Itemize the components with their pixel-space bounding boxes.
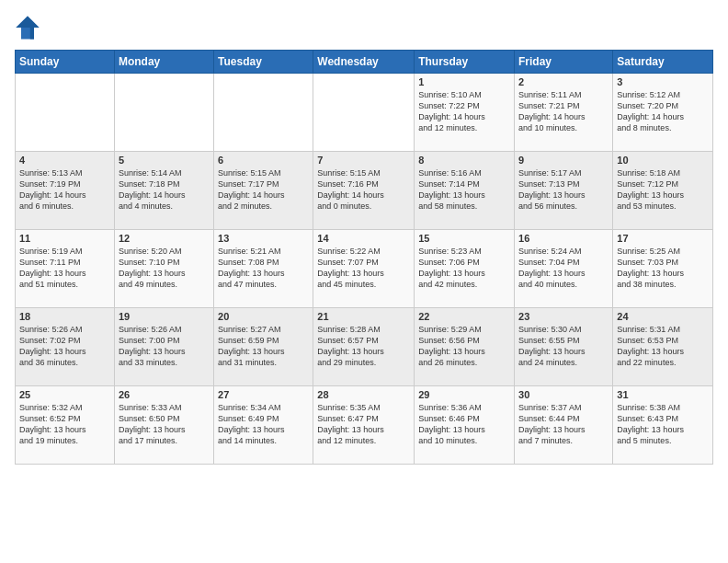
calendar-cell — [214, 74, 313, 152]
calendar-table: SundayMondayTuesdayWednesdayThursdayFrid… — [15, 50, 713, 465]
day-info: Sunrise: 5:15 AM Sunset: 7:16 PM Dayligh… — [317, 167, 410, 213]
calendar-cell: 17Sunrise: 5:25 AM Sunset: 7:03 PM Dayli… — [613, 230, 713, 308]
day-info: Sunrise: 5:29 AM Sunset: 6:56 PM Dayligh… — [418, 324, 510, 369]
page-header — [15, 15, 713, 40]
day-number: 18 — [19, 311, 110, 322]
day-number: 15 — [418, 233, 510, 244]
day-number: 17 — [617, 233, 709, 244]
day-info: Sunrise: 5:31 AM Sunset: 6:53 PM Dayligh… — [617, 324, 709, 369]
calendar-cell: 23Sunrise: 5:30 AM Sunset: 6:55 PM Dayli… — [515, 308, 613, 386]
calendar-cell: 10Sunrise: 5:18 AM Sunset: 7:12 PM Dayli… — [613, 152, 713, 230]
day-number: 5 — [119, 155, 210, 166]
day-info: Sunrise: 5:36 AM Sunset: 6:46 PM Dayligh… — [418, 402, 510, 447]
day-info: Sunrise: 5:18 AM Sunset: 7:12 PM Dayligh… — [617, 167, 709, 213]
logo — [15, 15, 44, 40]
day-info: Sunrise: 5:38 AM Sunset: 6:43 PM Dayligh… — [617, 402, 709, 447]
calendar-cell: 30Sunrise: 5:37 AM Sunset: 6:44 PM Dayli… — [515, 386, 613, 465]
calendar-cell: 28Sunrise: 5:35 AM Sunset: 6:47 PM Dayli… — [313, 386, 415, 465]
day-info: Sunrise: 5:17 AM Sunset: 7:13 PM Dayligh… — [518, 167, 609, 213]
day-info: Sunrise: 5:16 AM Sunset: 7:14 PM Dayligh… — [418, 167, 510, 213]
day-info: Sunrise: 5:28 AM Sunset: 6:57 PM Dayligh… — [317, 324, 410, 369]
calendar-header: SundayMondayTuesdayWednesdayThursdayFrid… — [16, 51, 713, 74]
calendar-cell: 14Sunrise: 5:22 AM Sunset: 7:07 PM Dayli… — [313, 230, 415, 308]
day-number: 4 — [19, 155, 110, 166]
day-number: 16 — [518, 233, 609, 244]
day-info: Sunrise: 5:32 AM Sunset: 6:52 PM Dayligh… — [19, 402, 110, 447]
day-number: 14 — [317, 233, 410, 244]
day-info: Sunrise: 5:22 AM Sunset: 7:07 PM Dayligh… — [317, 246, 410, 291]
day-info: Sunrise: 5:37 AM Sunset: 6:44 PM Dayligh… — [518, 402, 609, 447]
weekday-header-tuesday: Tuesday — [214, 51, 313, 74]
calendar-cell: 2Sunrise: 5:11 AM Sunset: 7:21 PM Daylig… — [515, 74, 613, 152]
calendar-body: 1Sunrise: 5:10 AM Sunset: 7:22 PM Daylig… — [16, 74, 713, 465]
day-number: 3 — [617, 76, 709, 87]
day-number: 7 — [317, 155, 410, 166]
day-info: Sunrise: 5:26 AM Sunset: 7:02 PM Dayligh… — [19, 324, 110, 369]
calendar-week-4: 18Sunrise: 5:26 AM Sunset: 7:02 PM Dayli… — [16, 308, 713, 386]
day-number: 31 — [617, 389, 709, 400]
day-number: 27 — [218, 389, 309, 400]
weekday-header-thursday: Thursday — [415, 51, 515, 74]
day-info: Sunrise: 5:20 AM Sunset: 7:10 PM Dayligh… — [119, 246, 210, 291]
weekday-header-wednesday: Wednesday — [313, 51, 415, 74]
calendar-cell — [16, 74, 115, 152]
day-info: Sunrise: 5:15 AM Sunset: 7:17 PM Dayligh… — [218, 167, 309, 213]
weekday-row: SundayMondayTuesdayWednesdayThursdayFrid… — [16, 51, 713, 74]
calendar-cell — [114, 74, 213, 152]
calendar-cell: 21Sunrise: 5:28 AM Sunset: 6:57 PM Dayli… — [313, 308, 415, 386]
day-number: 26 — [119, 389, 210, 400]
calendar-cell: 31Sunrise: 5:38 AM Sunset: 6:43 PM Dayli… — [613, 386, 713, 465]
calendar-cell: 15Sunrise: 5:23 AM Sunset: 7:06 PM Dayli… — [415, 230, 515, 308]
calendar-cell: 22Sunrise: 5:29 AM Sunset: 6:56 PM Dayli… — [415, 308, 515, 386]
day-info: Sunrise: 5:19 AM Sunset: 7:11 PM Dayligh… — [19, 246, 110, 291]
day-info: Sunrise: 5:23 AM Sunset: 7:06 PM Dayligh… — [418, 246, 510, 291]
day-info: Sunrise: 5:26 AM Sunset: 7:00 PM Dayligh… — [119, 324, 210, 369]
day-number: 20 — [218, 311, 309, 322]
day-info: Sunrise: 5:34 AM Sunset: 6:49 PM Dayligh… — [218, 402, 309, 447]
calendar-cell: 12Sunrise: 5:20 AM Sunset: 7:10 PM Dayli… — [114, 230, 213, 308]
calendar-cell: 13Sunrise: 5:21 AM Sunset: 7:08 PM Dayli… — [214, 230, 313, 308]
day-info: Sunrise: 5:33 AM Sunset: 6:50 PM Dayligh… — [119, 402, 210, 447]
calendar-cell: 24Sunrise: 5:31 AM Sunset: 6:53 PM Dayli… — [613, 308, 713, 386]
calendar-cell: 25Sunrise: 5:32 AM Sunset: 6:52 PM Dayli… — [16, 386, 115, 465]
day-info: Sunrise: 5:25 AM Sunset: 7:03 PM Dayligh… — [617, 246, 709, 291]
day-number: 29 — [418, 389, 510, 400]
day-number: 21 — [317, 311, 410, 322]
calendar-cell: 16Sunrise: 5:24 AM Sunset: 7:04 PM Dayli… — [515, 230, 613, 308]
day-info: Sunrise: 5:27 AM Sunset: 6:59 PM Dayligh… — [218, 324, 309, 369]
day-info: Sunrise: 5:35 AM Sunset: 6:47 PM Dayligh… — [317, 402, 410, 447]
calendar-cell: 29Sunrise: 5:36 AM Sunset: 6:46 PM Dayli… — [415, 386, 515, 465]
day-number: 28 — [317, 389, 410, 400]
day-info: Sunrise: 5:13 AM Sunset: 7:19 PM Dayligh… — [19, 167, 110, 213]
calendar-cell: 1Sunrise: 5:10 AM Sunset: 7:22 PM Daylig… — [415, 74, 515, 152]
day-number: 30 — [518, 389, 609, 400]
day-info: Sunrise: 5:14 AM Sunset: 7:18 PM Dayligh… — [119, 167, 210, 213]
day-number: 22 — [418, 311, 510, 322]
calendar-cell: 9Sunrise: 5:17 AM Sunset: 7:13 PM Daylig… — [515, 152, 613, 230]
day-number: 24 — [617, 311, 709, 322]
calendar-cell: 11Sunrise: 5:19 AM Sunset: 7:11 PM Dayli… — [16, 230, 115, 308]
calendar-cell: 6Sunrise: 5:15 AM Sunset: 7:17 PM Daylig… — [214, 152, 313, 230]
calendar-cell: 4Sunrise: 5:13 AM Sunset: 7:19 PM Daylig… — [16, 152, 115, 230]
calendar-cell: 5Sunrise: 5:14 AM Sunset: 7:18 PM Daylig… — [114, 152, 213, 230]
day-number: 12 — [119, 233, 210, 244]
day-number: 8 — [418, 155, 510, 166]
day-number: 19 — [119, 311, 210, 322]
day-number: 11 — [19, 233, 110, 244]
day-number: 10 — [617, 155, 709, 166]
day-number: 9 — [518, 155, 609, 166]
day-info: Sunrise: 5:24 AM Sunset: 7:04 PM Dayligh… — [518, 246, 609, 291]
calendar-cell: 27Sunrise: 5:34 AM Sunset: 6:49 PM Dayli… — [214, 386, 313, 465]
calendar-week-5: 25Sunrise: 5:32 AM Sunset: 6:52 PM Dayli… — [16, 386, 713, 465]
weekday-header-monday: Monday — [114, 51, 213, 74]
day-number: 2 — [518, 76, 609, 87]
calendar-week-3: 11Sunrise: 5:19 AM Sunset: 7:11 PM Dayli… — [16, 230, 713, 308]
calendar-cell: 8Sunrise: 5:16 AM Sunset: 7:14 PM Daylig… — [415, 152, 515, 230]
calendar-cell: 18Sunrise: 5:26 AM Sunset: 7:02 PM Dayli… — [16, 308, 115, 386]
day-number: 6 — [218, 155, 309, 166]
day-info: Sunrise: 5:30 AM Sunset: 6:55 PM Dayligh… — [518, 324, 609, 369]
day-number: 25 — [19, 389, 110, 400]
calendar-cell: 19Sunrise: 5:26 AM Sunset: 7:00 PM Dayli… — [114, 308, 213, 386]
calendar-cell: 20Sunrise: 5:27 AM Sunset: 6:59 PM Dayli… — [214, 308, 313, 386]
calendar-cell: 7Sunrise: 5:15 AM Sunset: 7:16 PM Daylig… — [313, 152, 415, 230]
